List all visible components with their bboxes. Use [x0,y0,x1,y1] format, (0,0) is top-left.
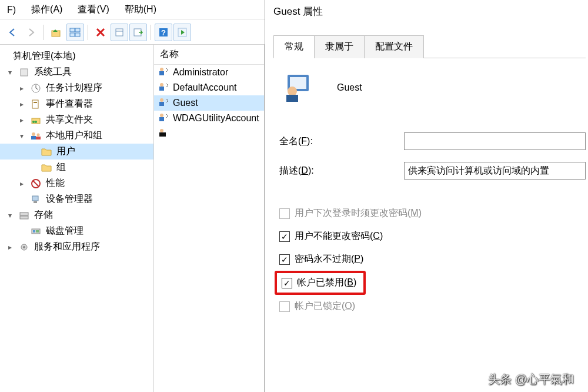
tree-shared-folders[interactable]: ▸ 共享文件夹 [0,112,153,128]
svg-rect-27 [20,216,28,219]
disk-icon [29,225,42,237]
export-list-icon[interactable] [129,24,147,41]
svg-rect-24 [32,196,38,201]
tree-groups[interactable]: 组 [0,160,153,175]
checkbox-icon: ✓ [282,278,292,288]
check-password-never-expires[interactable]: ✓ 密码永不过期(P) [279,248,586,271]
list-item[interactable]: Administrator [154,65,264,80]
tree-label: 组 [56,161,66,174]
expand-icon: ▸ [6,243,14,251]
check-cannot-change-password[interactable]: ✓ 用户不能更改密码(C) [279,225,586,248]
toolbar-separator [88,25,88,40]
svg-rect-3 [70,33,75,36]
svg-rect-2 [75,28,80,32]
svg-rect-13 [32,100,38,108]
tree-storage[interactable]: ▾ 存储 [0,207,153,223]
description-input[interactable] [404,162,586,180]
tree-local-users-groups[interactable]: ▾ 本地用户和组 [0,128,153,144]
svg-rect-29 [33,230,35,232]
nav-forward-icon[interactable] [22,24,40,41]
tree-device-manager[interactable]: 设备管理器 [0,191,153,207]
svg-rect-25 [34,201,37,203]
list-item[interactable]: WDAGUtilityAccount [154,111,264,126]
tab-general[interactable]: 常规 [273,35,315,58]
nav-back-icon[interactable] [4,24,21,41]
help-icon[interactable]: ? [155,24,172,41]
tree-label: 系统工具 [34,66,72,78]
tree-system-tools[interactable]: ▾ 系统工具 [0,64,153,80]
delete-x-icon[interactable] [92,24,109,41]
collapse-icon: ▾ [6,211,14,220]
svg-point-41 [160,129,163,132]
guest-properties-dialog: Guest 属性 常规 隶属于 配置文件 Guest 全名(F): 描述(D): [265,0,588,392]
svg-rect-38 [159,102,164,106]
folder-icon [40,162,53,174]
svg-point-33 [160,68,163,71]
properties-icon[interactable] [111,24,128,41]
menu-action[interactable]: 操作(A) [29,2,65,17]
tree-root[interactable]: 算机管理(本地) [0,48,153,64]
svg-rect-11 [21,69,28,76]
svg-rect-26 [20,212,28,215]
svg-rect-30 [36,230,39,232]
expand-icon: ▸ [18,116,26,124]
tab-strip: 常规 隶属于 配置文件 [273,35,586,58]
check-account-disabled[interactable]: ✓ 帐户已禁用(B) [277,275,356,291]
tree-users[interactable]: 用户 [0,144,153,160]
list-item[interactable] [154,126,264,141]
tab-panel-general: Guest 全名(F): 描述(D): 用户下次登录时须更改密码(M) ✓ 用户… [265,58,588,326]
list-item[interactable]: Guest [154,95,264,111]
checkbox-icon [279,208,290,219]
checkbox-icon: ✓ [279,254,290,265]
collapse-icon: ▾ [6,68,14,77]
check-label: 密码永不过期(P) [295,253,363,265]
list-item-label: DefaultAccount [173,82,237,93]
svg-point-20 [37,133,40,136]
tree-services-apps[interactable]: ▸ 服务和应用程序 [0,239,153,255]
highlight-box: ✓ 帐户已禁用(B) [275,271,366,295]
list-header-name[interactable]: 名称 [154,45,264,65]
svg-rect-5 [116,29,123,36]
svg-line-23 [33,181,39,187]
menu-view[interactable]: 查看(V) [75,2,111,17]
svg-point-17 [35,121,37,123]
tree-label: 设备管理器 [46,193,93,205]
fullname-input[interactable] [404,132,586,150]
tree-pane: 算机管理(本地) ▾ 系统工具 ▸ 任务计划程序 ▸ 事件查看器 ▸ 共享文件夹… [0,45,154,392]
list-item-label: WDAGUtilityAccount [173,113,259,124]
svg-point-32 [23,246,25,248]
tree-root-label: 算机管理(本地) [13,50,76,62]
window-tile-icon[interactable] [66,24,84,41]
folder-up-icon[interactable] [48,24,65,41]
tree-label: 服务和应用程序 [34,241,100,253]
play-icon[interactable] [173,24,191,41]
tree-performance[interactable]: ▸ 性能 [0,175,153,191]
svg-point-37 [160,98,163,102]
toolbar-separator [151,25,151,40]
description-row: 描述(D): [279,156,586,185]
tree-label: 性能 [46,177,65,190]
svg-rect-36 [159,87,164,91]
checkbox-icon: ✓ [279,231,290,242]
tree-event-viewer[interactable]: ▸ 事件查看器 [0,96,153,112]
tree-disk-management[interactable]: 磁盘管理 [0,223,153,239]
tree-task-scheduler[interactable]: ▸ 任务计划程序 [0,80,153,96]
check-label: 帐户已禁用(B) [297,277,356,289]
svg-rect-1 [70,28,75,32]
user-icon [158,112,171,124]
svg-rect-40 [159,117,164,121]
expand-icon: ▸ [18,84,26,92]
toolbar-separator [44,25,44,40]
svg-rect-46 [286,95,298,102]
tab-memberof[interactable]: 隶属于 [314,35,365,58]
svg-rect-19 [31,136,36,139]
fullname-label: 全名(F): [279,135,397,148]
users-groups-icon [29,130,42,142]
menu-help[interactable]: 帮助(H) [122,2,159,17]
gear-icon [18,241,31,253]
check-label: 用户不能更改密码(C) [295,230,383,242]
tab-profile[interactable]: 配置文件 [364,35,424,58]
list-item[interactable]: DefaultAccount [154,80,264,95]
tree-label: 共享文件夹 [46,114,93,126]
menu-file[interactable]: F) [5,4,18,16]
